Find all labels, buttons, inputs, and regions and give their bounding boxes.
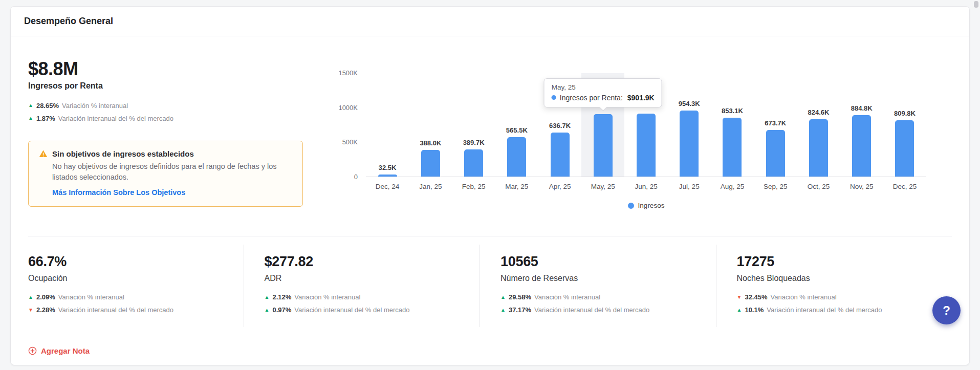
x-axis-label: Mar, 25 xyxy=(495,183,538,190)
bar-value-label: 32.5K xyxy=(379,164,397,171)
kpi-label: ADR xyxy=(265,274,460,283)
variation-percent: 28.65% xyxy=(36,102,59,110)
bar-slot-oct-25[interactable]: 824.6KOct, 25 xyxy=(797,73,840,177)
variation-percent: 1.87% xyxy=(36,115,55,122)
bar-value-label: 389.7K xyxy=(463,139,485,146)
chart-y-axis: 0500K1000K1500K xyxy=(315,73,366,177)
variation-text: Variación % interanual xyxy=(294,293,360,301)
tooltip-series-label: Ingresos por Renta: xyxy=(560,94,623,102)
arrow-up-icon: ▲ xyxy=(28,116,33,121)
variation-up: ▲1.87%Variación interanual del % del mer… xyxy=(28,115,315,122)
revenue-variations: ▲28.65%Variación % interanual▲1.87%Varia… xyxy=(28,102,315,122)
legend-item-ingresos[interactable]: Ingresos xyxy=(628,202,665,209)
kpi-value: $277.82 xyxy=(265,254,460,270)
page-title: Desempeño General xyxy=(24,16,113,27)
y-axis-tick: 1500K xyxy=(338,70,358,77)
bar-aug-25[interactable] xyxy=(723,118,742,177)
x-axis-label: Feb, 25 xyxy=(452,183,495,190)
variation-up: ▲28.65%Variación % interanual xyxy=(28,102,315,110)
variation-down: ▼2.28%Variación interanual del % del mer… xyxy=(28,306,223,314)
kpi-variations: ▲2.09%Variación % interanual▼2.28%Variac… xyxy=(28,293,223,314)
add-note-button[interactable]: Agregar Nota xyxy=(28,346,90,355)
x-axis-label: Nov, 25 xyxy=(840,183,883,190)
bar-value-label: 673.7K xyxy=(765,119,786,127)
variation-percent: 2.28% xyxy=(36,306,55,314)
x-axis-label: Jun, 25 xyxy=(624,183,667,190)
help-button[interactable]: ? xyxy=(932,296,961,324)
plus-circle-icon xyxy=(28,346,37,355)
variation-up: ▲37.17%Variación interanual del % del me… xyxy=(500,306,695,314)
variation-percent: 2.09% xyxy=(36,293,55,301)
warning-title-row: Sin objetivos de ingresos establecidos xyxy=(39,149,292,158)
kpi-label: Noches Bloqueadas xyxy=(737,274,932,283)
bar-dec-24[interactable] xyxy=(378,175,397,177)
variation-text: Variación interanual del % del mercado xyxy=(767,306,882,314)
variation-up: ▲29.58%Variación % interanual xyxy=(500,293,695,301)
revenue-label: Ingresos por Renta xyxy=(28,81,315,91)
kpi-variations: ▲2.12%Variación % interanual▲0.97%Variac… xyxy=(265,293,460,314)
bar-value-label: 954.3K xyxy=(679,100,700,107)
x-axis-label: Dec, 24 xyxy=(366,183,409,190)
x-axis-label: May, 25 xyxy=(581,183,624,190)
y-axis-tick: 1000K xyxy=(338,104,358,112)
objectives-info-link[interactable]: Más Información Sobre Los Objetivos xyxy=(52,188,185,197)
no-objectives-warning-box: Sin objetivos de ingresos establecidos N… xyxy=(28,141,303,207)
note-row: Agregar Nota xyxy=(28,346,952,365)
bar-feb-25[interactable] xyxy=(464,149,483,177)
bar-value-label: 636.7K xyxy=(549,122,571,129)
variation-up: ▲2.12%Variación % interanual xyxy=(265,293,460,301)
bar-jul-25[interactable] xyxy=(680,111,699,177)
tooltip-series-row: Ingresos por Renta: $901.9K xyxy=(552,94,655,102)
bar-value-label: 824.6K xyxy=(808,108,830,116)
warning-body: No hay objetivos de ingresos definidos p… xyxy=(39,161,279,184)
help-label: ? xyxy=(943,303,950,317)
bar-slot-dec-24[interactable]: 32.5KDec, 24 xyxy=(366,73,409,177)
bar-slot-mar-25[interactable]: 565.5KMar, 25 xyxy=(495,73,538,177)
bar-jun-25[interactable] xyxy=(637,114,656,177)
bar-apr-25[interactable] xyxy=(551,133,570,177)
add-note-label: Agregar Nota xyxy=(41,346,90,355)
bar-jan-25[interactable] xyxy=(421,150,440,177)
bar-oct-25[interactable] xyxy=(809,119,828,177)
bar-value-label: 809.8K xyxy=(894,110,916,117)
desempeno-general-card: Desempeño General $8.8M Ingresos por Ren… xyxy=(10,6,970,365)
chart-plot-area: 32.5KDec, 24388.0KJan, 25389.7KFeb, 2556… xyxy=(366,73,926,177)
bar-value-label: 853.1K xyxy=(722,107,743,115)
bar-slot-jan-25[interactable]: 388.0KJan, 25 xyxy=(409,73,452,177)
arrow-up-icon: ▲ xyxy=(500,308,506,313)
warning-title: Sin objetivos de ingresos establecidos xyxy=(52,149,194,158)
tooltip-value: $901.9K xyxy=(627,94,655,102)
arrow-up-icon: ▲ xyxy=(500,295,506,300)
card-body: $8.8M Ingresos por Renta ▲28.65%Variació… xyxy=(11,36,969,365)
bar-slot-jul-25[interactable]: 954.3KJul, 25 xyxy=(668,73,711,177)
bar-may-25[interactable] xyxy=(594,114,613,177)
legend-dot-icon xyxy=(628,203,634,209)
bar-slot-dec-25[interactable]: 809.8KDec, 25 xyxy=(883,73,926,177)
scrollbar-thumb[interactable] xyxy=(974,1,978,8)
chart-tooltip: May, 25 Ingresos por Renta: $901.9K xyxy=(544,78,662,107)
x-axis-label: Dec, 25 xyxy=(883,183,926,190)
revenue-chart: 0500K1000K1500K 32.5KDec, 24388.0KJan, 2… xyxy=(315,56,952,209)
chart-grid: 0500K1000K1500K 32.5KDec, 24388.0KJan, 2… xyxy=(315,73,926,177)
revenue-section: $8.8M Ingresos por Renta ▲28.65%Variació… xyxy=(28,36,952,236)
bar-value-label: 884.8K xyxy=(851,104,873,112)
bar-sep-25[interactable] xyxy=(766,130,785,177)
bar-slot-feb-25[interactable]: 389.7KFeb, 25 xyxy=(452,73,495,177)
x-axis-label: Sep, 25 xyxy=(754,183,797,190)
legend-label: Ingresos xyxy=(638,202,665,209)
bar-dec-25[interactable] xyxy=(895,120,914,177)
kpi-value: 66.7% xyxy=(28,254,223,270)
variation-up: ▲10.1%Variación interanual del % del mer… xyxy=(737,306,932,314)
kpi-card-noches-bloqueadas: 17275Noches Bloqueadas▼32.45%Variación %… xyxy=(716,245,952,327)
bar-mar-25[interactable] xyxy=(507,137,526,177)
kpi-variations: ▼32.45%Variación % interanual▲10.1%Varia… xyxy=(737,293,932,314)
bar-nov-25[interactable] xyxy=(852,115,871,177)
variation-text: Variación interanual del % del mercado xyxy=(58,115,173,122)
warning-icon xyxy=(39,149,48,158)
bar-slot-aug-25[interactable]: 853.1KAug, 25 xyxy=(711,73,754,177)
kpi-card-ocupaci-n: 66.7%Ocupación▲2.09%Variación % interanu… xyxy=(28,245,244,327)
x-axis-label: Jan, 25 xyxy=(409,183,452,190)
x-axis-label: Apr, 25 xyxy=(538,183,581,190)
bar-slot-sep-25[interactable]: 673.7KSep, 25 xyxy=(754,73,797,177)
bar-slot-nov-25[interactable]: 884.8KNov, 25 xyxy=(840,73,883,177)
